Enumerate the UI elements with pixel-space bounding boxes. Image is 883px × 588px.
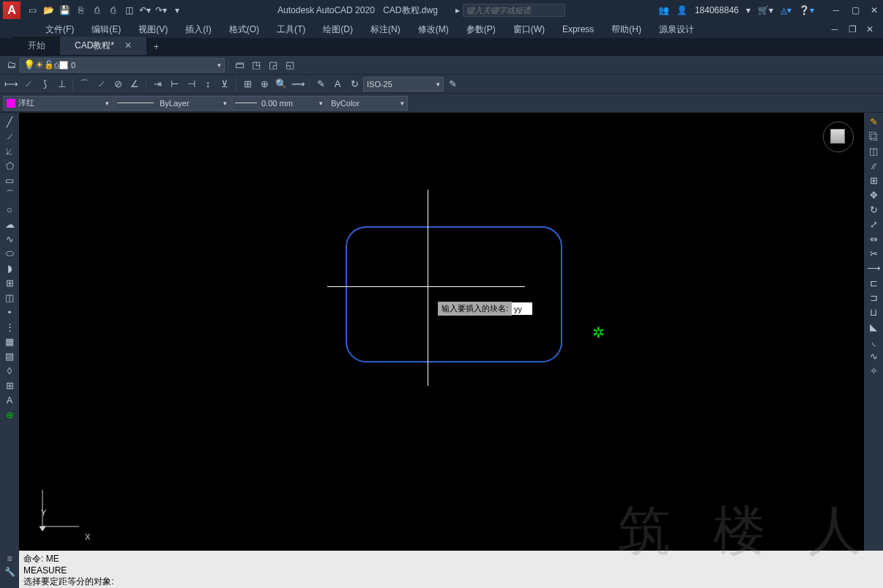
scale-icon[interactable]: ⤢	[865, 217, 882, 231]
cmd-wrench-icon[interactable]: 🔧	[4, 567, 15, 577]
saveas-icon[interactable]: ⎘	[73, 3, 88, 18]
tab-start[interactable]: 开始	[13, 37, 60, 55]
menu-window[interactable]: 窗口(W)	[504, 21, 554, 38]
center-mark-icon[interactable]: ⊕	[256, 76, 272, 92]
dim-break-icon[interactable]: ⊻	[217, 76, 233, 92]
cart-icon[interactable]: 🛒▾	[758, 5, 773, 15]
layer-states-icon[interactable]: 🗃	[231, 57, 247, 73]
open-icon[interactable]: 📂	[41, 3, 56, 18]
layer-dropdown[interactable]: 💡 ☀ 🔓 ⎙ 0	[20, 58, 225, 72]
doc-close-icon[interactable]: ✕	[864, 23, 876, 35]
ellipse-icon[interactable]: ⬭	[1, 246, 18, 261]
rectangle-icon[interactable]: ▭	[1, 173, 18, 187]
rotate-icon[interactable]: ↻	[865, 202, 882, 217]
plot-icon[interactable]: ⎙	[105, 3, 120, 18]
menu-file[interactable]: 文件(F)	[37, 21, 83, 38]
erase-icon[interactable]: ✎	[865, 114, 882, 129]
tab-add-icon[interactable]: +	[146, 39, 166, 55]
hatch-icon[interactable]: ▦	[1, 334, 18, 349]
dim-aligned-icon[interactable]: ⟋	[20, 76, 36, 92]
menu-help[interactable]: 帮助(H)	[603, 21, 650, 38]
dim-text-edit-icon[interactable]: A	[329, 76, 346, 92]
help-icon[interactable]: ❔▾	[799, 5, 814, 15]
arc-icon[interactable]: ⌒	[1, 187, 18, 202]
dimstyle-edit-icon[interactable]: ✎	[444, 76, 461, 92]
layer-props-icon[interactable]: 🗂	[3, 57, 19, 73]
publish-icon[interactable]: ◫	[122, 3, 136, 18]
drawing-canvas[interactable]: 输入要插入的块名: ✲ Y X	[19, 113, 864, 551]
menu-yq[interactable]: 源泉设计	[650, 21, 703, 38]
region-icon[interactable]: ◊	[1, 363, 18, 378]
redo-icon[interactable]: ↷▾	[154, 3, 168, 18]
gradient-icon[interactable]: ▨	[1, 349, 18, 363]
close-icon[interactable]: ✕	[868, 4, 880, 16]
viewcube[interactable]	[823, 122, 854, 152]
dim-edit-icon[interactable]: ✎	[313, 76, 329, 92]
menu-format[interactable]: 格式(O)	[220, 21, 268, 38]
circle-icon[interactable]: ○	[1, 202, 18, 217]
array-icon[interactable]: ⊞	[865, 173, 882, 187]
tab-close-icon[interactable]: ✕	[124, 40, 132, 51]
menu-express[interactable]: Express	[554, 22, 603, 37]
dim-space-icon[interactable]: ↕	[200, 76, 216, 92]
fillet-icon[interactable]: ◟	[865, 334, 882, 349]
polygon-icon[interactable]: ⬠	[1, 158, 18, 173]
dim-angular-icon[interactable]: ∠	[127, 76, 143, 92]
break-icon[interactable]: ⊏	[865, 275, 882, 290]
dim-baseline-icon[interactable]: ⊢	[166, 76, 182, 92]
menu-parametric[interactable]: 参数(P)	[458, 21, 504, 38]
saveall-icon[interactable]: ⎙	[89, 3, 104, 18]
dimstyle-dropdown[interactable]: ISO-25	[363, 77, 444, 92]
addselected-icon[interactable]: ⊕	[1, 407, 18, 422]
lineweight-dropdown[interactable]: 0.00 mm	[231, 96, 327, 111]
save-icon[interactable]: 💾	[57, 3, 72, 18]
copy-icon[interactable]: ⿻	[865, 129, 882, 144]
menu-modify[interactable]: 修改(M)	[409, 21, 458, 38]
inspect-icon[interactable]: 🔍	[273, 76, 289, 92]
dim-continue-icon[interactable]: ⊣	[183, 76, 199, 92]
dim-ordinate-icon[interactable]: ⊥	[53, 76, 70, 92]
jog-linear-icon[interactable]: ⟿	[290, 76, 306, 92]
layer-prev-icon[interactable]: ◲	[265, 57, 281, 73]
prompt-input[interactable]	[512, 302, 532, 315]
make-block-icon[interactable]: ◫	[1, 290, 18, 305]
qat-more-icon[interactable]: ▾	[170, 3, 185, 18]
plotstyle-dropdown[interactable]: ByColor	[327, 96, 408, 111]
dim-jog-icon[interactable]: ⟋	[93, 76, 109, 92]
layer-match-icon[interactable]: ◱	[282, 57, 298, 73]
mtext-icon[interactable]: A	[1, 392, 18, 407]
chamfer-icon[interactable]: ◣	[865, 319, 882, 334]
extend-icon[interactable]: ⟶	[865, 261, 882, 275]
dim-update-icon[interactable]: ↻	[346, 76, 362, 92]
user-id[interactable]: 184068846	[695, 5, 739, 15]
menu-draw[interactable]: 绘图(D)	[314, 21, 362, 38]
move-icon[interactable]: ✥	[865, 187, 882, 202]
linetype-dropdown[interactable]: ByLayer	[113, 96, 231, 111]
dim-diameter-icon[interactable]: ⊘	[110, 76, 126, 92]
new-icon[interactable]: ▭	[25, 3, 40, 18]
dim-radius-icon[interactable]: ⌒	[76, 76, 92, 92]
command-history[interactable]: 命令: ME MEASURE 选择要定距等分的对象: 指定线段长度或 [块(B)…	[19, 551, 883, 588]
revcloud-icon[interactable]: ☁	[1, 217, 18, 231]
xline-icon[interactable]: ⟋	[1, 129, 18, 144]
undo-icon[interactable]: ↶▾	[138, 3, 152, 18]
menu-edit[interactable]: 编辑(E)	[83, 21, 130, 38]
divide-icon[interactable]: ⋮	[1, 319, 18, 334]
spline-icon[interactable]: ∿	[1, 231, 18, 246]
doc-restore-icon[interactable]: ❐	[846, 23, 858, 35]
dim-arc-icon[interactable]: ⟆	[37, 76, 53, 92]
tab-document[interactable]: CAD教程*✕	[60, 37, 146, 55]
stretch-icon[interactable]: ⇔	[865, 231, 882, 246]
layer-iso-icon[interactable]: ◳	[248, 57, 264, 73]
insert-block-icon[interactable]: ⊞	[1, 275, 18, 290]
menu-view[interactable]: 视图(V)	[130, 21, 176, 38]
color-dropdown[interactable]: 洋红	[3, 96, 113, 111]
blend-icon[interactable]: ∿	[865, 349, 882, 363]
line-icon[interactable]: ╱	[1, 114, 18, 129]
tolerance-icon[interactable]: ⊞	[239, 76, 256, 92]
doc-min-icon[interactable]: ─	[829, 23, 841, 35]
cmd-history-icon[interactable]: ≡	[7, 554, 12, 564]
search-input[interactable]	[463, 4, 565, 17]
app-icon[interactable]: ◬▾	[780, 5, 791, 15]
maximize-icon[interactable]: ▢	[849, 4, 861, 16]
